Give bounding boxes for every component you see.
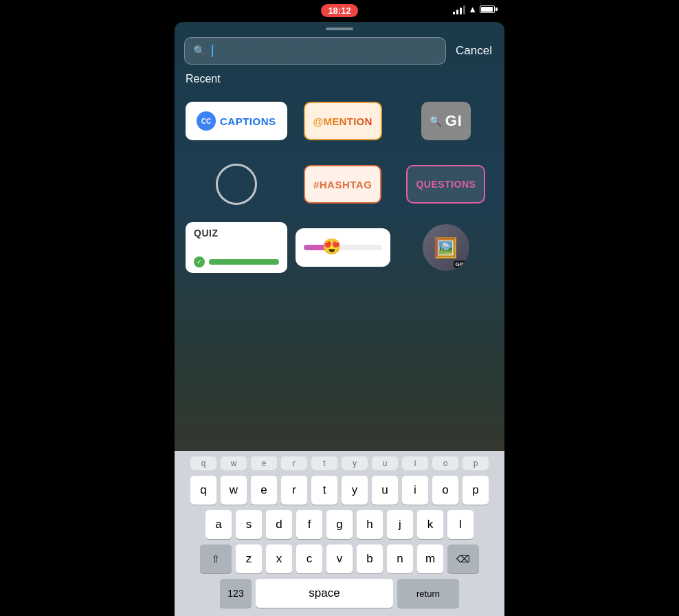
phone-container: 18:12 ▲ 🔍 Cancel Recent bbox=[175, 0, 504, 616]
gif-thumb-sticker[interactable]: 🖼️ GIF bbox=[423, 224, 469, 271]
sticker-cell-captions[interactable]: CC CAPTIONS bbox=[186, 94, 287, 148]
key-t2[interactable]: t bbox=[311, 476, 337, 505]
key-u[interactable]: u bbox=[372, 456, 398, 470]
key-o2[interactable]: o bbox=[432, 476, 458, 505]
emoji-slider-sticker[interactable]: 😍 bbox=[296, 228, 390, 267]
captions-sticker[interactable]: CC CAPTIONS bbox=[186, 102, 287, 140]
key-f[interactable]: f bbox=[296, 510, 322, 539]
sticker-cell-gif-thumb[interactable]: 🖼️ GIF bbox=[399, 220, 493, 275]
keyboard-row-2: a s d f g h j k l bbox=[177, 510, 502, 539]
return-key[interactable]: return bbox=[397, 579, 459, 608]
key-r2[interactable]: r bbox=[281, 476, 307, 505]
questions-sticker[interactable]: QUESTIONS bbox=[406, 165, 485, 204]
key-x[interactable]: x bbox=[266, 544, 292, 573]
search-icon: 🔍 bbox=[193, 45, 206, 57]
quiz-sticker[interactable]: QUIZ ✓ bbox=[186, 222, 287, 273]
search-small-icon: 🔍 bbox=[430, 116, 441, 126]
quiz-check-icon: ✓ bbox=[194, 256, 205, 267]
questions-text: QUESTIONS bbox=[416, 179, 476, 190]
key-e2[interactable]: e bbox=[251, 476, 277, 505]
quiz-bar bbox=[209, 259, 279, 265]
key-g[interactable]: g bbox=[326, 510, 353, 539]
key-m[interactable]: m bbox=[417, 544, 443, 573]
key-e[interactable]: e bbox=[251, 456, 277, 470]
status-time: 18:12 bbox=[321, 4, 357, 17]
recent-label: Recent bbox=[175, 69, 504, 94]
key-y2[interactable]: y bbox=[342, 476, 368, 505]
search-row: 🔍 Cancel bbox=[175, 30, 504, 69]
gif-search-sticker[interactable]: 🔍 GI bbox=[421, 102, 471, 140]
key-b[interactable]: b bbox=[357, 544, 383, 573]
search-input[interactable] bbox=[212, 45, 437, 58]
cursor bbox=[212, 45, 213, 57]
key-i2[interactable]: i bbox=[402, 476, 428, 505]
status-bar: 18:12 ▲ bbox=[175, 0, 504, 21]
key-n[interactable]: n bbox=[387, 544, 413, 573]
key-t[interactable]: t bbox=[311, 456, 337, 470]
wifi-icon: ▲ bbox=[468, 4, 477, 14]
quiz-bar-row: ✓ bbox=[194, 256, 279, 267]
key-u2[interactable]: u bbox=[372, 476, 398, 505]
key-y[interactable]: y bbox=[342, 456, 368, 470]
key-h[interactable]: h bbox=[357, 510, 383, 539]
sticker-cell-mention[interactable]: @MENTION bbox=[296, 94, 390, 148]
search-box[interactable]: 🔍 bbox=[184, 37, 446, 65]
backspace-key[interactable]: ⌫ bbox=[447, 544, 479, 573]
key-w[interactable]: w bbox=[221, 456, 247, 470]
numbers-key[interactable]: 123 bbox=[220, 579, 252, 608]
key-k[interactable]: k bbox=[417, 510, 443, 539]
cc-icon: CC bbox=[197, 111, 216, 131]
key-s[interactable]: s bbox=[236, 510, 262, 539]
mention-sticker[interactable]: @MENTION bbox=[304, 102, 382, 140]
signal-icon bbox=[453, 5, 465, 14]
key-q[interactable]: q bbox=[190, 456, 216, 470]
key-z[interactable]: z bbox=[236, 544, 262, 573]
quiz-title: QUIZ bbox=[194, 228, 218, 239]
sticker-cell-gif-search[interactable]: 🔍 GI bbox=[399, 94, 493, 148]
battery-icon bbox=[480, 6, 495, 13]
key-v[interactable]: v bbox=[326, 544, 353, 573]
key-i[interactable]: i bbox=[402, 456, 428, 470]
keyboard-row-4: 123 space return bbox=[177, 579, 502, 608]
key-w2[interactable]: w bbox=[221, 476, 247, 505]
status-icons: ▲ bbox=[453, 4, 495, 14]
key-l[interactable]: l bbox=[447, 510, 474, 539]
hashtag-text: #HASHTAG bbox=[313, 179, 372, 190]
keyboard-row-1: q w e r t y u i o p bbox=[177, 476, 502, 505]
key-d[interactable]: d bbox=[266, 510, 292, 539]
sticker-grid: CC CAPTIONS @MENTION 🔍 GI bbox=[175, 94, 504, 275]
gif-badge: GIF bbox=[454, 261, 467, 268]
key-p[interactable]: p bbox=[463, 456, 489, 470]
main-panel: 🔍 Cancel Recent CC CAPTIONS @MENTION bbox=[175, 22, 504, 616]
key-p2[interactable]: p bbox=[463, 476, 489, 505]
key-q2[interactable]: q bbox=[190, 476, 216, 505]
key-a[interactable]: a bbox=[205, 510, 232, 539]
key-j[interactable]: j bbox=[387, 510, 413, 539]
cancel-button[interactable]: Cancel bbox=[453, 41, 495, 60]
space-key[interactable]: space bbox=[256, 579, 393, 608]
key-r[interactable]: r bbox=[281, 456, 307, 470]
gif-search-text: GI bbox=[445, 112, 463, 130]
gif-thumb-photo-icon: 🖼️ bbox=[434, 236, 458, 259]
key-c[interactable]: c bbox=[296, 544, 322, 573]
keyboard-row-3: ⇧ z x c v b n m ⌫ bbox=[177, 544, 502, 573]
sticker-cell-questions[interactable]: QUESTIONS bbox=[399, 157, 493, 212]
keyboard: q w e r t y u i o p q w e r t y u i bbox=[175, 451, 504, 616]
sticker-cell-hashtag[interactable]: #HASHTAG bbox=[296, 157, 390, 212]
shift-key[interactable]: ⇧ bbox=[200, 544, 232, 573]
sticker-cell-quiz[interactable]: QUIZ ✓ bbox=[186, 220, 287, 275]
keyboard-row-partial: q w e r t y u i o p bbox=[177, 456, 502, 470]
hashtag-sticker[interactable]: #HASHTAG bbox=[304, 165, 381, 204]
slider-emoji: 😍 bbox=[322, 238, 341, 256]
slider-track[interactable]: 😍 bbox=[304, 245, 382, 250]
key-o[interactable]: o bbox=[432, 456, 458, 470]
captions-text: CAPTIONS bbox=[220, 116, 276, 127]
sticker-cell-emoji-slider[interactable]: 😍 bbox=[296, 220, 390, 275]
sticker-cell-circle[interactable] bbox=[186, 157, 287, 212]
mention-text: @MENTION bbox=[313, 116, 372, 127]
circle-sticker[interactable] bbox=[216, 164, 257, 205]
